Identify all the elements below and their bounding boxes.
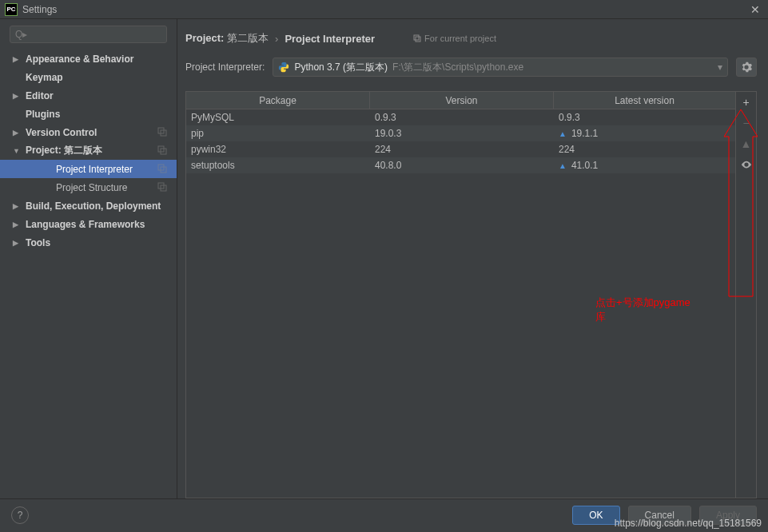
tree-arrow-icon: ▼ (13, 147, 22, 155)
copy-icon (157, 127, 169, 138)
eye-icon (741, 159, 752, 170)
sidebar-item-version-control[interactable]: ▶Version Control (0, 123, 177, 141)
cell-package: pip (186, 128, 370, 139)
upgrade-package-button[interactable]: ▲ (736, 133, 756, 154)
sidebar-item-project-interpreter[interactable]: Project Interpreter (0, 160, 177, 178)
interpreter-label: Project Interpreter: (185, 62, 265, 73)
content-pane: Project: 第二版本 › Project Interpreter For … (177, 19, 768, 498)
close-button[interactable]: ✕ (747, 2, 763, 18)
tree-arrow-icon: ▶ (13, 220, 22, 228)
cell-version: 0.9.3 (370, 112, 554, 123)
tree-arrow-icon: ▶ (13, 55, 22, 63)
upgrade-available-icon: ▲ (559, 161, 567, 170)
cell-latest: ▲19.1.1 (554, 128, 735, 139)
sidebar-item-label: Build, Execution, Deployment (26, 200, 177, 212)
sidebar-item-keymap[interactable]: Keymap (0, 68, 177, 86)
cell-package: pywin32 (186, 144, 370, 155)
cell-version: 40.8.0 (370, 160, 554, 171)
interpreter-settings-button[interactable] (736, 58, 757, 77)
add-package-button[interactable]: + (736, 92, 756, 113)
cell-latest: 0.9.3 (554, 112, 735, 123)
breadcrumb-prefix: Project: (185, 32, 224, 44)
python-icon (278, 62, 289, 73)
tree-arrow-icon: ▶ (13, 92, 22, 100)
sidebar: ▶Appearance & BehaviorKeymap▶EditorPlugi… (0, 19, 177, 498)
sidebar-item-build-execution-deployment[interactable]: ▶Build, Execution, Deployment (0, 197, 177, 215)
cell-version: 224 (370, 144, 554, 155)
window-title: Settings (22, 4, 747, 15)
svg-rect-8 (414, 35, 419, 40)
package-actions: + − ▲ (736, 91, 757, 498)
copy-icon (157, 145, 169, 157)
table-row[interactable]: PyMySQL0.9.30.9.3 (186, 109, 735, 125)
copy-icon (157, 164, 169, 175)
sidebar-item-appearance-behavior[interactable]: ▶Appearance & Behavior (0, 50, 177, 68)
sidebar-item-label: Keymap (26, 72, 177, 83)
cell-latest: 224 (554, 144, 735, 155)
sidebar-item-project-structure[interactable]: Project Structure (0, 178, 177, 197)
upgrade-available-icon: ▲ (559, 129, 567, 138)
sidebar-item-label: Languages & Frameworks (26, 219, 177, 230)
tree-arrow-icon: ▶ (13, 202, 22, 210)
col-header-latest[interactable]: Latest version (554, 92, 735, 109)
breadcrumb-node: Project Interpreter (285, 33, 375, 45)
table-row[interactable]: pip19.0.3▲19.1.1 (186, 125, 735, 141)
interpreter-path: F:\第二版本\Scripts\python.exe (392, 61, 523, 74)
cell-latest: ▲41.0.1 (554, 160, 735, 171)
sidebar-item-label: Tools (26, 237, 177, 248)
sidebar-item-label: Project: 第二版本 (26, 144, 157, 157)
tree-arrow-icon: ▶ (13, 129, 22, 137)
col-header-package[interactable]: Package (186, 92, 370, 109)
breadcrumb-separator: › (275, 33, 278, 45)
sidebar-item-editor[interactable]: ▶Editor (0, 86, 177, 105)
show-early-releases-button[interactable] (736, 154, 756, 175)
app-icon: PC (5, 3, 18, 16)
cell-version: 19.0.3 (370, 128, 554, 139)
sidebar-item-project-[interactable]: ▼Project: 第二版本 (0, 141, 177, 160)
settings-tree: ▶Appearance & BehaviorKeymap▶EditorPlugi… (0, 50, 177, 498)
sidebar-item-plugins[interactable]: Plugins (0, 105, 177, 123)
breadcrumb: Project: 第二版本 › Project Interpreter For … (185, 27, 757, 50)
sidebar-item-label: Project Interpreter (56, 164, 157, 175)
tree-arrow-icon: ▶ (13, 239, 22, 247)
table-row[interactable]: setuptools40.8.0▲41.0.1 (186, 157, 735, 173)
cell-package: PyMySQL (186, 112, 370, 123)
svg-rect-9 (416, 37, 420, 42)
remove-package-button[interactable]: − (736, 113, 756, 133)
breadcrumb-hint: For current project (413, 34, 496, 43)
interpreter-dropdown[interactable]: Python 3.7 (第二版本) F:\第二版本\Scripts\python… (273, 58, 728, 77)
packages-table: Package Version Latest version PyMySQL0.… (185, 91, 736, 498)
gear-icon (741, 62, 752, 73)
search-input[interactable] (10, 26, 167, 43)
sidebar-item-label: Appearance & Behavior (26, 54, 177, 65)
sidebar-item-languages-frameworks[interactable]: ▶Languages & Frameworks (0, 215, 177, 233)
sidebar-item-label: Plugins (26, 109, 177, 120)
sidebar-item-label: Version Control (26, 127, 157, 138)
ok-button[interactable]: OK (572, 506, 619, 525)
help-button[interactable]: ? (11, 506, 29, 524)
sidebar-item-label: Editor (26, 90, 177, 101)
sidebar-item-tools[interactable]: ▶Tools (0, 233, 177, 252)
sidebar-item-label: Project Structure (56, 182, 157, 193)
col-header-version[interactable]: Version (370, 92, 554, 109)
table-row[interactable]: pywin32224224 (186, 141, 735, 157)
chevron-down-icon: ▾ (718, 62, 722, 73)
watermark: https://blog.csdn.net/qq_15181569 (615, 518, 762, 529)
cell-package: setuptools (186, 160, 370, 171)
interpreter-name: Python 3.7 (第二版本) (294, 61, 388, 74)
copy-icon (157, 182, 169, 193)
copy-icon (413, 34, 421, 42)
titlebar: PC Settings ✕ (0, 0, 768, 19)
breadcrumb-project: 第二版本 (227, 32, 269, 44)
